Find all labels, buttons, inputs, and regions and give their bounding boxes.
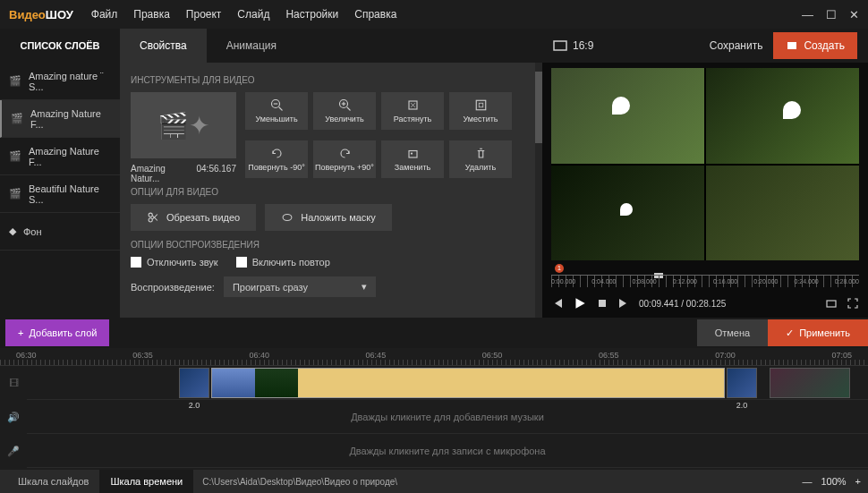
layers-heading: СПИСОК СЛОЁВ — [0, 29, 120, 63]
svg-rect-10 — [476, 100, 486, 110]
video-track[interactable]: 2.0 2.0 — [27, 366, 868, 400]
playback-controls: 00:09.441 / 00:28.125 — [542, 289, 868, 318]
svg-point-18 — [283, 215, 292, 221]
fullscreen-button[interactable] — [847, 297, 859, 310]
mic-track-icon[interactable]: 🎤 — [0, 434, 27, 468]
video-icon: 🎬 — [9, 188, 21, 200]
scrollbar-thumb[interactable] — [535, 72, 542, 143]
clip-thumbnail[interactable]: 🎬✦ — [131, 92, 236, 158]
layer-label: Amazing Nature F... — [30, 108, 111, 130]
next-frame-button[interactable] — [617, 297, 630, 310]
layer-item-bg[interactable]: ◆Фон — [0, 213, 120, 251]
tab-slide-scale[interactable]: Шкала слайдов — [7, 470, 99, 493]
mic-track[interactable]: Дважды кликните для записи с микрофона — [27, 434, 868, 468]
fit-button[interactable]: Уместить — [449, 92, 512, 130]
properties-panel: ИНСТРУМЕНТЫ ДЛЯ ВИДЕО 🎬✦ Amazing Natur..… — [120, 63, 542, 318]
video-preview[interactable] — [551, 68, 859, 260]
mask-button[interactable]: Наложить маску — [265, 204, 392, 231]
svg-rect-20 — [827, 301, 836, 307]
replace-button[interactable]: Заменить — [381, 140, 444, 178]
maximize-icon[interactable]: ☐ — [826, 8, 837, 21]
preview-ticks: 0:00.0000:04.0000:08.0000:12.0000:16.000… — [551, 278, 859, 285]
section-options-heading: ОПЦИИ ДЛЯ ВИДЕО — [131, 187, 532, 197]
play-button[interactable] — [573, 296, 587, 310]
create-button[interactable]: Создать — [773, 32, 857, 59]
layers-panel: 🎬Amazing nature ¨ S... 🎬Amazing Nature F… — [0, 63, 120, 318]
aspect-ratio[interactable]: 16:9 — [553, 39, 593, 52]
delete-button[interactable]: Удалить — [449, 140, 512, 178]
section-tools-heading: ИНСТРУМЕНТЫ ДЛЯ ВИДЕО — [131, 75, 532, 85]
layer-item-3[interactable]: 🎬Amazing Nature F... — [0, 138, 120, 175]
timeline-marker[interactable]: 1 — [555, 264, 564, 273]
props-scrollbar[interactable] — [535, 63, 542, 318]
svg-line-4 — [278, 107, 282, 111]
footer: Шкала слайдов Шкала времени C:\Users\Aid… — [0, 470, 868, 493]
timeline-ruler[interactable]: 06:3006:3506:4006:4506:5006:5507:0007:05 — [0, 348, 868, 366]
svg-point-14 — [149, 213, 152, 217]
menu-settings[interactable]: Настройки — [285, 8, 338, 21]
video-clip-next[interactable] — [770, 368, 850, 398]
menu-edit[interactable]: Правка — [133, 8, 170, 21]
svg-point-15 — [149, 218, 152, 222]
audio-track-icon[interactable]: 🔊 — [0, 400, 27, 434]
stretch-button[interactable]: Растянуть — [381, 92, 444, 130]
stop-button[interactable] — [596, 297, 608, 310]
checkbox-icon — [236, 257, 247, 268]
apply-button[interactable]: ✓Применить — [768, 319, 868, 346]
music-track[interactable]: Дважды кликните для добавления музыки — [27, 400, 868, 434]
project-path: C:\Users\Aida\Desktop\Видео\Видео о прир… — [202, 477, 397, 487]
layer-item-1[interactable]: 🎬Amazing nature ¨ S... — [0, 63, 120, 100]
svg-point-13 — [410, 152, 412, 154]
preview-quadrant — [551, 68, 704, 164]
playback-label: Воспроизведение: — [131, 282, 215, 293]
video-clip[interactable] — [211, 368, 725, 398]
logo-part2: ШОУ — [46, 8, 73, 21]
cancel-button[interactable]: Отмена — [697, 319, 768, 346]
svg-rect-0 — [554, 41, 566, 50]
ruler-ticks — [0, 360, 868, 365]
create-label: Создать — [804, 39, 845, 52]
transition-clip[interactable]: 2.0 — [727, 368, 757, 398]
mute-checkbox[interactable]: Отключить звук — [131, 257, 218, 268]
menu-slide[interactable]: Слайд — [237, 8, 269, 21]
svg-line-8 — [346, 107, 350, 111]
check-icon: ✓ — [786, 327, 794, 339]
layer-label: Фон — [23, 226, 42, 237]
menu-project[interactable]: Проект — [186, 8, 222, 21]
zoom-in-button[interactable]: Увеличить — [313, 92, 376, 130]
close-icon[interactable]: ✕ — [849, 8, 859, 21]
clip-duration: 04:56.167 — [197, 164, 237, 183]
svg-rect-12 — [409, 151, 417, 158]
zoom-in-button[interactable]: + — [855, 476, 861, 487]
rotate-ccw-button[interactable]: Повернуть -90° — [245, 140, 308, 178]
menu-help[interactable]: Справка — [354, 8, 396, 21]
music-hint: Дважды кликните для добавления музыки — [27, 412, 868, 422]
clip-frame — [255, 369, 298, 397]
action-row: +Добавить слой Отмена ✓Применить — [0, 318, 868, 348]
zoom-out-button[interactable]: Уменьшить — [245, 92, 308, 130]
clapper-icon: 🎬✦ — [157, 111, 209, 140]
tab-properties[interactable]: Свойства — [120, 29, 207, 63]
tool-grid: Уменьшить Увеличить Растянуть Уместить П… — [245, 92, 512, 183]
save-button[interactable]: Сохранить — [710, 39, 763, 52]
add-layer-button[interactable]: +Добавить слой — [5, 319, 109, 346]
minimize-icon[interactable]: — — [802, 8, 813, 21]
preview-timeline[interactable]: 1 0:00.0000:04.0000:08.0000:12.0000:16.0… — [551, 264, 859, 289]
layer-item-2[interactable]: 🎬Amazing Nature F... — [0, 100, 120, 138]
zoom-out-button[interactable]: — — [802, 476, 812, 487]
rotate-cw-button[interactable]: Повернуть +90° — [313, 140, 376, 178]
prev-frame-button[interactable] — [551, 297, 564, 310]
playback-select[interactable]: Проиграть сразу▾ — [224, 276, 376, 297]
zoom-controls: — 100% + — [802, 476, 861, 487]
layer-item-4[interactable]: 🎬Beautiful Nature S... — [0, 175, 120, 213]
transition-clip[interactable]: 2.0 — [179, 368, 209, 398]
crop-video-button[interactable]: Обрезать видео — [131, 204, 256, 231]
tracks: 🎞 🔊 🎤 2.0 2.0 Дважды кликните для добавл… — [0, 366, 868, 468]
main-area: 🎬Amazing nature ¨ S... 🎬Amazing Nature F… — [0, 63, 868, 318]
loop-checkbox[interactable]: Включить повтор — [236, 257, 330, 268]
snapshot-button[interactable] — [825, 297, 838, 310]
tab-animation[interactable]: Анимация — [207, 29, 296, 63]
menu-file[interactable]: Файл — [91, 8, 118, 21]
video-track-icon[interactable]: 🎞 — [0, 366, 27, 400]
tab-time-scale[interactable]: Шкала времени — [99, 470, 193, 493]
